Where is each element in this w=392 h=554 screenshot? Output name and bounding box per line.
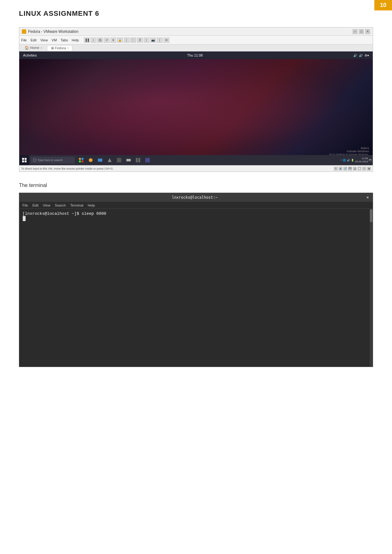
svg-rect-8 — [136, 158, 138, 162]
vmware-toolbar: File Edit View VM Tabs Help ▐▐ | ⏻ ↺ ⏸ 🔒… — [19, 36, 373, 45]
tb-unity-icon[interactable]: ☰ — [137, 38, 143, 43]
tray-sound-icon: 🔊 — [347, 159, 350, 162]
taskbar-icon-2[interactable] — [86, 156, 95, 165]
vm-wallpaper: fedora Activate Windows Go to Settings t… — [19, 59, 373, 165]
menu-file[interactable]: File — [21, 38, 27, 42]
tb-reset-icon[interactable]: ↺ — [104, 38, 110, 43]
win-taskbar-icons — [77, 156, 152, 165]
taskbar-icon-4[interactable] — [105, 156, 114, 165]
terminal-menu-help[interactable]: Help — [88, 203, 95, 207]
vmware-titlebar: Fedora - VMware Workstation – □ × — [19, 27, 373, 36]
vm-status-icon-3[interactable]: 🔗 — [343, 167, 347, 171]
terminal-menu-edit[interactable]: Edit — [33, 203, 39, 207]
page-title: LINUX ASSIGNMENT 6 — [19, 9, 373, 18]
vmware-menu[interactable]: File Edit View VM Tabs Help — [21, 38, 79, 42]
win-tray: ^ 🌐 🔊 🔋 11:08 25-04-2019 🗖 — [341, 157, 373, 164]
win-search-bar[interactable]: Type here to search — [31, 157, 75, 164]
fedora-brand: fedora — [329, 147, 369, 150]
tab-fedora-label: 🖥 Fedora — [51, 46, 66, 50]
tray-battery-icon: 🔋 — [351, 159, 354, 162]
win-search-text: Type here to search — [38, 159, 63, 162]
tab-fedora[interactable]: 🖥 Fedora × — [47, 45, 72, 51]
taskbar-icon-6[interactable] — [124, 156, 133, 165]
terminal-prompt-text: [lnxrocks@localhost ~]$ sleep 6000 — [22, 211, 106, 216]
vmware-window: Fedora - VMware Workstation – □ × File E… — [19, 27, 373, 172]
terminal-menu-terminal[interactable]: Terminal — [70, 203, 83, 207]
terminal-menu-search[interactable]: Search — [55, 203, 66, 207]
terminal-close-button[interactable]: × — [366, 195, 369, 200]
maximize-button[interactable]: □ — [359, 29, 364, 34]
terminal-window: lnxrocks@localhost:~ × File Edit View Se… — [19, 193, 373, 367]
vm-status-icon-6[interactable]: 📋 — [358, 167, 361, 171]
tab-home[interactable]: 🏠 Home × — [21, 45, 46, 51]
tab-fedora-close[interactable]: × — [67, 46, 69, 50]
vm-status-icon-4[interactable]: 💾 — [348, 167, 352, 171]
tb-power-icon[interactable]: ⏻ — [97, 38, 103, 43]
activate-title: Activate Windows — [329, 150, 369, 153]
vm-status-icon-7[interactable]: ▣ — [367, 167, 371, 171]
tb-sep: | — [91, 38, 96, 43]
win-start-button[interactable] — [19, 155, 29, 165]
activate-watermark: fedora Activate Windows Go to Settings t… — [329, 147, 369, 156]
tb-prefs-icon[interactable]: ⚙ — [164, 38, 169, 43]
terminal-menu-file[interactable]: File — [22, 203, 28, 207]
gnome-settings-icon[interactable]: ⚙▾ — [365, 54, 369, 57]
terminal-title: lnxrocks@localhost:~ — [23, 195, 366, 200]
terminal-prompt-line: [lnxrocks@localhost ~]$ sleep 6000 — [22, 211, 370, 216]
taskbar-icon-5[interactable] — [115, 156, 124, 165]
menu-help[interactable]: Help — [72, 38, 79, 42]
taskbar-icon-1[interactable] — [77, 156, 86, 165]
win-clock: 11:08 25-04-2019 — [355, 157, 368, 164]
terminal-menu-view[interactable]: View — [43, 203, 51, 207]
tb-lock-icon[interactable]: 🔒 — [117, 38, 123, 43]
vmware-app-icon — [22, 29, 26, 34]
svg-rect-1 — [81, 158, 83, 160]
vm-screen[interactable]: Activities Thu 11:08 🔊 🔊 ⚙▾ fedora Activ… — [19, 51, 373, 165]
vm-status-icon-1[interactable]: ⎘ — [334, 167, 338, 171]
vmware-tabs: 🏠 Home × 🖥 Fedora × — [19, 45, 373, 51]
svg-rect-9 — [138, 158, 140, 162]
svg-rect-0 — [79, 158, 81, 160]
terminal-cursor-line — [22, 216, 370, 221]
tb-snap-icon[interactable]: 📷 — [150, 38, 156, 43]
terminal-body[interactable]: [lnxrocks@localhost ~]$ sleep 6000 — [19, 209, 373, 367]
tray-notification-icon[interactable]: 🗖 — [369, 159, 371, 162]
vm-status-icon-5[interactable]: 🖨 — [353, 167, 357, 171]
vm-status-icon-2[interactable]: 🔊 — [339, 167, 342, 171]
minimize-button[interactable]: – — [353, 29, 358, 34]
vmware-title-controls[interactable]: – □ × — [353, 29, 370, 34]
gnome-clock: Thu 11:08 — [187, 53, 203, 57]
svg-rect-2 — [79, 160, 81, 162]
taskbar-icon-3[interactable] — [96, 156, 105, 165]
vmware-window-title: Fedora - VMware Workstation — [28, 29, 78, 34]
menu-edit[interactable]: Edit — [31, 38, 37, 42]
page-header: LINUX ASSIGNMENT 6 — [0, 0, 392, 24]
close-button[interactable]: × — [365, 29, 370, 34]
taskbar-icon-7[interactable] — [134, 156, 142, 165]
svg-rect-7 — [126, 159, 131, 161]
gnome-activities[interactable]: Activities — [23, 53, 37, 57]
tb-suspend-icon[interactable]: ⏸ — [111, 38, 116, 43]
terminal-cursor — [23, 216, 26, 221]
taskbar-icon-8[interactable] — [143, 156, 152, 165]
tb-sep3: | — [144, 38, 149, 43]
menu-tabs[interactable]: Tabs — [61, 38, 68, 42]
win-clock-date: 25-04-2019 — [355, 160, 368, 163]
terminal-scrollbar-thumb[interactable] — [370, 209, 372, 222]
tb-sep4: | — [157, 38, 163, 43]
search-circle-icon — [33, 159, 36, 162]
tab-home-close[interactable]: × — [40, 46, 42, 50]
tb-pause-icon[interactable]: ▐▐ — [84, 38, 90, 43]
wallpaper-overlay — [19, 59, 373, 165]
svg-point-4 — [89, 158, 93, 162]
menu-vm[interactable]: VM — [51, 38, 57, 42]
menu-view[interactable]: View — [40, 38, 48, 42]
svg-rect-6 — [117, 158, 121, 162]
tray-up-arrow[interactable]: ^ — [341, 159, 342, 162]
vm-status-icon-stretch[interactable]: ⤢ — [362, 167, 366, 171]
gnome-systray: 🔊 🔊 ⚙▾ — [353, 54, 369, 57]
vm-bottombar-right: ⎘ 🔊 🔗 💾 🖨 📋 ⤢ ▣ — [334, 167, 371, 171]
vm-status-text: To direct input to this VM, move the mou… — [21, 167, 113, 170]
terminal-scrollbar[interactable] — [370, 209, 373, 367]
tb-fullscreen-icon[interactable]: ⛶ — [130, 38, 136, 43]
